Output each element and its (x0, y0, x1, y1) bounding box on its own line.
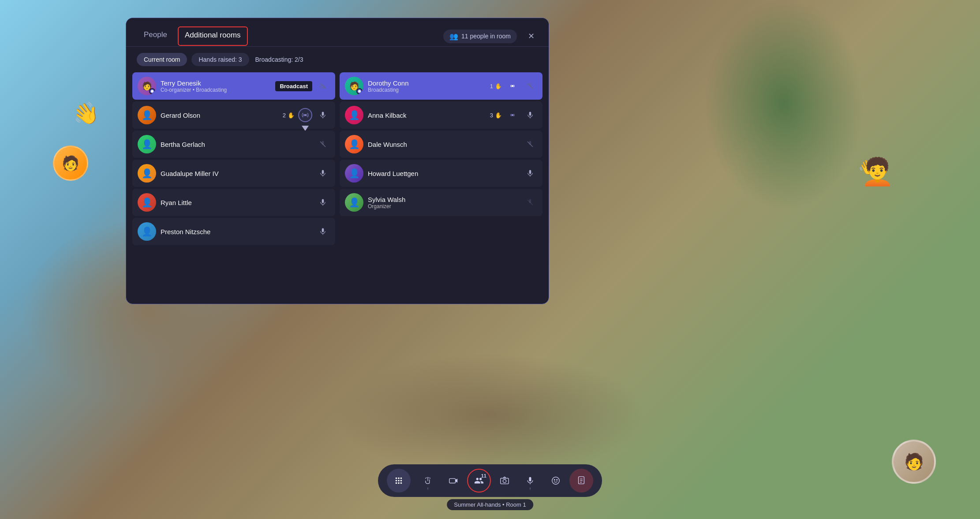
tab-additional-rooms-label: Additional rooms (185, 31, 241, 39)
hand-count-value-gerard: 2 (283, 112, 286, 119)
person-row-terry-denesik[interactable]: 🧑 Terry Denesik Co-organizer • Broadcast… (132, 72, 335, 100)
svg-rect-8 (322, 199, 324, 203)
mic-button[interactable]: ↑ (518, 469, 542, 493)
person-info-guadalupe: Guadalupe Miller IV (161, 170, 311, 177)
tabs-row: People Additional rooms 👥 11 people in r… (126, 18, 549, 47)
toolbar: ↑ 11 ↑ (378, 464, 602, 497)
person-info-dorothy: Dorothy Conn Broadcasting (368, 79, 486, 93)
svg-marker-34 (456, 478, 458, 482)
broadcast-badge-terry: Broadcast (275, 81, 312, 91)
mic-button-terry[interactable] (316, 79, 330, 93)
svg-point-31 (398, 482, 400, 484)
main-panel: People Additional rooms 👥 11 people in r… (126, 18, 549, 304)
person-name-sylvia: Sylvia Walsh (368, 196, 519, 203)
person-row-dorothy-conn[interactable]: 🧑 Dorothy Conn Broadcasting 1 ✋ (340, 72, 542, 100)
svg-point-28 (398, 480, 400, 482)
broadcast-dot (149, 88, 155, 94)
person-row-howard-luettgen[interactable]: 👤 Howard Luettgen (340, 160, 542, 187)
person-row-preston-nitzsche[interactable]: 👤 Preston Nitzsche (132, 218, 335, 245)
svg-rect-2 (322, 112, 324, 116)
person-name-guadalupe: Guadalupe Miller IV (161, 170, 311, 177)
svg-point-30 (396, 482, 397, 484)
avatar-terry-denesik: 🧑 (138, 77, 156, 95)
mic-button-dorothy[interactable] (523, 79, 537, 93)
person-name-gerard: Gerard Olson (161, 112, 278, 119)
apps-grid-button[interactable] (387, 469, 411, 493)
person-name-howard: Howard Luettgen (368, 170, 519, 177)
close-icon: ✕ (528, 31, 535, 41)
svg-point-36 (503, 479, 506, 482)
filter-row: Current room Hands raised: 3 Broadcastin… (126, 47, 549, 72)
content-area: 🧑 Terry Denesik Co-organizer • Broadcast… (126, 72, 549, 304)
svg-rect-37 (529, 477, 531, 482)
person-name-dorothy: Dorothy Conn (368, 79, 486, 87)
avatar-preston-nitzsche: 👤 (138, 222, 156, 241)
mic-button-gerard[interactable] (316, 108, 330, 122)
person-actions-anna: 3 ✋ (490, 108, 537, 122)
mic-button-ryan[interactable] (316, 195, 330, 209)
hand-count-dorothy: 1 ✋ (490, 83, 502, 90)
person-name-anna: Anna Kilback (368, 112, 486, 119)
avatar-gerard-olson: 👤 (138, 106, 156, 124)
mic-button-bertha[interactable] (316, 137, 330, 151)
svg-point-1 (304, 114, 307, 116)
broadcast-icon-gerard[interactable] (298, 108, 312, 122)
person-row-gerard-olson[interactable]: 👤 Gerard Olson 2 ✋ (132, 101, 335, 129)
filter-broadcasting[interactable]: Broadcasting: 2/3 (254, 53, 305, 66)
person-actions-howard (523, 166, 537, 180)
mic-button-dale[interactable] (523, 137, 537, 151)
hand-icon-dorothy: ✋ (495, 83, 502, 90)
broadcast-icon-anna[interactable] (505, 108, 520, 122)
camera-button[interactable] (441, 469, 465, 493)
people-button[interactable]: 11 (467, 469, 491, 493)
person-row-bertha-gerlach[interactable]: 👤 Bertha Gerlach (132, 131, 335, 158)
svg-point-26 (400, 478, 402, 479)
person-name-preston: Preston Nitzsche (161, 228, 311, 235)
person-name-ryan: Ryan Little (161, 199, 311, 206)
mic-button-preston[interactable] (316, 224, 330, 239)
svg-rect-20 (529, 170, 531, 174)
waving-hand-left: 👋 (71, 99, 101, 128)
mic-button-sylvia[interactable] (523, 195, 537, 209)
emoji-button[interactable] (544, 469, 568, 493)
filter-hands-raised[interactable]: Hands raised: 3 (191, 53, 249, 66)
person-actions-gerard: 2 ✋ (283, 108, 330, 122)
person-actions-ryan (316, 195, 330, 209)
hand-icon-anna: ✋ (495, 112, 502, 119)
mic-button-guadalupe[interactable] (316, 166, 330, 180)
person-row-guadalupe-miller[interactable]: 👤 Guadalupe Miller IV (132, 160, 335, 187)
mic-button-anna[interactable] (523, 108, 537, 122)
svg-rect-35 (501, 478, 509, 484)
people-count-text: 11 people in room (461, 33, 511, 40)
share-button[interactable] (569, 469, 593, 493)
svg-point-24 (396, 478, 397, 479)
person-row-sylvia-walsh[interactable]: 👤 Sylvia Walsh Organizer (340, 189, 542, 216)
close-button[interactable]: ✕ (524, 29, 538, 43)
person-row-dale-wunsch[interactable]: 👤 Dale Wunsch (340, 131, 542, 158)
avatar-right-figure: 🧑‍🦱 (861, 159, 894, 185)
avatar-left-figure: 🧑 (53, 146, 88, 181)
mic-button-howard[interactable] (523, 166, 537, 180)
raise-hand-button[interactable]: ↑ (416, 469, 440, 493)
avatar-anna-kilback: 👤 (345, 106, 363, 124)
person-row-ryan-little[interactable]: 👤 Ryan Little (132, 189, 335, 216)
avatar-bottom-right: 🧑 (892, 440, 936, 484)
svg-point-32 (400, 482, 402, 484)
person-info-terry: Terry Denesik Co-organizer • Broadcastin… (161, 79, 271, 93)
room-label: Summer All-hands • Room 1 (447, 499, 533, 510)
hand-count-gerard: 2 ✋ (283, 112, 295, 119)
tab-additional-rooms[interactable]: Additional rooms (178, 26, 248, 46)
hand-count-value-dorothy: 1 (490, 83, 493, 90)
person-actions-bertha (316, 137, 330, 151)
svg-rect-42 (579, 477, 584, 484)
svg-rect-16 (529, 112, 531, 116)
filter-broadcasting-label: Broadcasting: 2/3 (255, 56, 303, 63)
filter-current-room[interactable]: Current room (137, 53, 187, 66)
tab-people[interactable]: People (137, 26, 174, 46)
broadcast-icon-dorothy[interactable] (505, 79, 520, 93)
person-row-anna-kilback[interactable]: 👤 Anna Kilback 3 ✋ (340, 101, 542, 129)
filter-current-room-label: Current room (144, 56, 180, 63)
avatar-dorothy-conn: 🧑 (345, 77, 363, 95)
photo-button[interactable] (493, 469, 516, 493)
svg-point-40 (554, 479, 555, 480)
